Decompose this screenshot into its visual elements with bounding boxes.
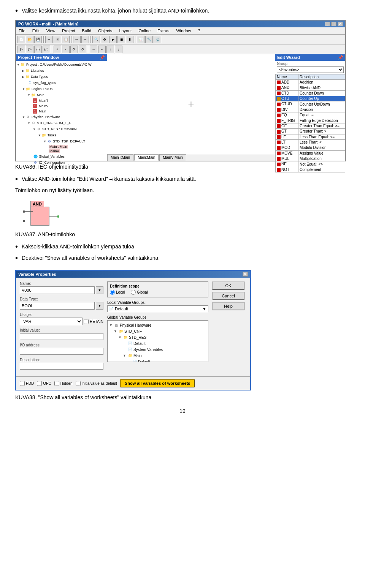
show-all-button[interactable]: Show all variables of worksheets — [120, 379, 195, 387]
wizard-row-ge[interactable]: GE Greater Than Equal: >= — [276, 123, 345, 128]
local-radio[interactable] — [110, 290, 115, 295]
menu-help[interactable]: ? — [197, 28, 202, 33]
initvalue-checkbox[interactable] — [76, 381, 81, 386]
menu-view[interactable]: View — [45, 28, 57, 33]
wizard-row-mul[interactable]: MUL Multiplication — [276, 156, 345, 161]
tb-open[interactable]: 📂 — [26, 36, 33, 43]
wizard-row-not[interactable]: NOT Complement — [276, 167, 345, 172]
menu-layout[interactable]: Layout — [118, 28, 133, 33]
wizard-row-le[interactable]: LE Less Than Equal: <= — [276, 134, 345, 139]
wizard-row-ctud[interactable]: CTUD Counter Up/Down — [276, 101, 345, 107]
local-group-dropdown[interactable]: ▼ — [202, 307, 206, 311]
tree-item[interactable]: 🌐 Global_Variables — [17, 153, 106, 160]
menu-online[interactable]: Online — [137, 28, 152, 33]
tb-b3[interactable]: ▶ — [109, 36, 117, 43]
tree-item[interactable]: ▼⚙ STD_CNF : ARM_L_40 — [17, 120, 106, 126]
wizard-row-move[interactable]: MOVE Assigns Value — [276, 150, 345, 156]
tree-item[interactable]: ▼🖥 Physical Hardware — [17, 114, 106, 120]
tb-b8[interactable]: 📡 — [154, 36, 161, 43]
tree-item[interactable]: MainV — [17, 149, 106, 153]
wizard-row-and[interactable]: AND Bitwise AND — [276, 85, 345, 90]
tree-item[interactable]: ▼📁 Tasks — [17, 132, 106, 138]
menu-extras[interactable]: Extras — [156, 28, 170, 33]
tb-b6[interactable]: 📊 — [137, 36, 144, 43]
pdd-checkbox[interactable] — [20, 381, 25, 386]
wizard-row-ctu[interactable]: CTU Counter Up — [276, 96, 345, 101]
tb2-b1[interactable]: |> — [17, 46, 25, 53]
tb2-b9[interactable]: → — [90, 46, 97, 53]
dialog-close-btn[interactable]: ✕ — [243, 272, 248, 277]
initial-value-input[interactable] — [20, 333, 103, 340]
tb-paste[interactable]: 📋 — [62, 36, 70, 43]
tb-undo[interactable]: ↩ — [73, 36, 81, 43]
help-button[interactable]: Help — [212, 302, 244, 310]
ok-button[interactable]: OK — [212, 281, 244, 290]
tb-save[interactable]: 💾 — [34, 36, 42, 43]
tb2-b3[interactable]: ( ) — [34, 46, 42, 53]
wizard-row-lt[interactable]: LT Less Than: < — [276, 139, 345, 145]
tree-node-sysvars[interactable]: 📄 System Variables — [109, 346, 206, 352]
menu-project[interactable]: Project — [61, 28, 76, 33]
tree-item[interactable]: ▼📁 Main — [17, 92, 106, 98]
menu-window[interactable]: Window — [175, 28, 192, 33]
tb2-b8[interactable]: ⟲ — [79, 46, 86, 53]
retain-checkbox[interactable] — [84, 319, 89, 324]
wizard-pin[interactable]: 📌 — [338, 55, 343, 60]
tb2-b7[interactable]: ⟳ — [70, 46, 78, 53]
tree-item[interactable]: 1 MainT — [17, 98, 106, 103]
tree-item[interactable]: ▼📁 Logical POUs — [17, 86, 106, 92]
close-btn[interactable]: ✕ — [338, 22, 343, 26]
tree-item[interactable]: ▼⚙ STD_RES : ILC350PN — [17, 126, 106, 132]
cancel-button[interactable]: Cancel — [212, 292, 244, 300]
tb2-b12[interactable]: ↓ — [115, 46, 122, 53]
tree-item[interactable]: ▼📁 Project : C:\Users\Public\Documents\P… — [17, 62, 106, 68]
tree-item[interactable]: ▼⚙ STD_TSK_DEFAULT — [17, 138, 106, 144]
usage-select[interactable]: VAR — [20, 318, 83, 325]
tree-item[interactable]: 🗋 sys_flag_types — [17, 80, 106, 86]
description-input[interactable] — [20, 363, 103, 370]
tab-mainmain[interactable]: Main:Main — [134, 154, 159, 161]
tb-b5[interactable]: ⏸ — [126, 36, 133, 43]
wizard-row-ftrig[interactable]: F_TRIG Falling Edge Detection — [276, 118, 345, 123]
tb-b1[interactable]: 🔍 — [92, 36, 100, 43]
tree-item[interactable]: ⚙ IO_Configuration — [17, 160, 106, 166]
tb2-b11[interactable]: ↑ — [106, 46, 114, 53]
tb2-b4[interactable]: (/ ) — [43, 46, 50, 53]
tb-b2[interactable]: ⚙ — [101, 36, 108, 43]
tb-b7[interactable]: 🔧 — [145, 36, 153, 43]
tb2-b6[interactable]: - — [62, 46, 70, 53]
tree-node-stdres[interactable]: ▼ 📁 STD_RES — [109, 334, 206, 340]
tb-new[interactable]: 📄 — [17, 36, 25, 43]
tree-node-physhw[interactable]: ▼ 🖥 Physical Hardware — [109, 322, 206, 328]
tb-b4[interactable]: ⏹ — [117, 36, 125, 43]
wizard-row-ne[interactable]: NE Not Equal: <> — [276, 161, 345, 167]
tree-node-stdcnf[interactable]: ▼ 📁 STD_CNF — [109, 328, 206, 334]
wizard-row-gt[interactable]: GT Greater Than: > — [276, 129, 345, 134]
local-group-select[interactable]: 📄 Default ▼ — [107, 305, 208, 312]
tab-mainvmain[interactable]: MainV:Main — [159, 154, 186, 161]
wizard-row-div[interactable]: DIV Division — [276, 107, 345, 112]
tb2-b5[interactable]: + — [54, 46, 61, 53]
name-input[interactable] — [20, 286, 95, 294]
menu-edit[interactable]: Edit — [31, 28, 41, 33]
group-dropdown[interactable]: <Favorites> — [277, 66, 344, 73]
opc-checkbox[interactable] — [37, 381, 42, 386]
name-dropdown-btn[interactable]: ▼ — [96, 286, 103, 294]
wizard-row-add[interactable]: ADD Addition — [276, 80, 345, 85]
tab-maintmain[interactable]: MainT:Main — [107, 154, 133, 161]
tree-item[interactable]: ▶📁 Libraries — [17, 68, 106, 74]
menu-objects[interactable]: Objects — [97, 28, 113, 33]
datatype-dropdown-btn[interactable]: ▼ — [96, 302, 103, 310]
tree-item[interactable]: 1 Main — [17, 109, 106, 114]
panel-pin[interactable]: 📌 — [100, 55, 105, 60]
wizard-row-mod[interactable]: MOD Modulo Division — [276, 145, 345, 150]
tb2-b2[interactable]: |/> — [26, 46, 33, 53]
datatype-input[interactable] — [20, 302, 95, 310]
minimize-btn[interactable]: _ — [325, 22, 330, 26]
menu-file[interactable]: File — [17, 28, 27, 33]
tree-node-main[interactable]: ▼ 📁 Main — [109, 352, 206, 359]
tb2-b10[interactable]: ← — [98, 46, 106, 53]
tb-copy[interactable]: ⎘ — [54, 36, 61, 43]
io-address-input[interactable] — [20, 348, 103, 355]
menu-build[interactable]: Build — [81, 28, 92, 33]
